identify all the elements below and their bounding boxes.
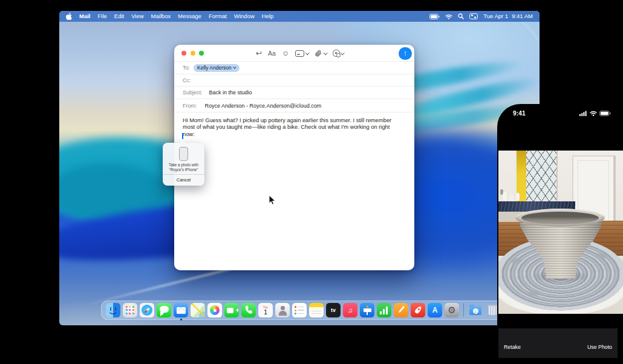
dock-contacts-icon[interactable] — [275, 303, 290, 317]
phone-handset-icon — [241, 303, 256, 317]
photo-browser-button[interactable] — [295, 50, 308, 57]
dock-keynote-icon[interactable] — [360, 303, 374, 317]
dock-music-icon[interactable]: ♫ — [343, 303, 357, 317]
dock-phone-icon[interactable] — [241, 303, 256, 317]
from-label: From: — [183, 103, 197, 109]
dock-pages-icon[interactable] — [394, 303, 408, 317]
cc-field[interactable]: Cc: — [174, 74, 414, 86]
to-field[interactable]: To: Kelly Anderson — [174, 62, 414, 74]
zoom-button[interactable] — [199, 51, 204, 56]
menu-bar-time[interactable]: 9:41 AM — [512, 11, 533, 22]
use-photo-button[interactable]: Use Photo — [587, 336, 612, 358]
cellular-signal-icon — [579, 111, 587, 116]
format-button[interactable]: Aa — [268, 50, 276, 57]
continuity-camera-popover: Take a photo with “Royce’s iPhone” Cance… — [163, 143, 204, 186]
menu-item-edit[interactable]: Edit — [114, 11, 124, 22]
keynote-orange-dot — [367, 305, 369, 308]
attach-button[interactable] — [315, 50, 327, 57]
dock-photos-icon[interactable] — [207, 303, 222, 317]
dock-downloads-icon[interactable]: ↓ — [468, 303, 483, 317]
menu-item-window[interactable]: Window — [234, 11, 255, 22]
dock-mail-icon[interactable] — [174, 303, 188, 317]
music-note-icon: ♫ — [348, 307, 353, 314]
calendar-day: 1 — [264, 309, 267, 316]
pen-icon — [397, 306, 405, 314]
scene-pot-opening — [521, 212, 599, 224]
video-camera-lens — [234, 308, 238, 312]
dock-messages-icon[interactable] — [157, 303, 171, 317]
recipient-token[interactable]: Kelly Anderson — [194, 64, 240, 72]
menu-bar-date[interactable]: Tue Apr 1 — [483, 11, 508, 22]
menu-item-mailbox[interactable]: Mailbox — [151, 11, 171, 22]
message-body-text: Hi Mom! Guess what? I picked up pottery … — [183, 117, 391, 137]
gear-icon: ⚙ — [448, 305, 455, 316]
subject-label: Subject: — [183, 89, 203, 96]
dock-finder-icon[interactable] — [106, 303, 120, 317]
scene-shelf-pot — [509, 195, 514, 201]
scene-clay-smear — [527, 291, 540, 296]
scene-shelf-pot — [516, 193, 520, 201]
menu-item-message[interactable]: Message — [178, 11, 201, 22]
recipient-name: Kelly Anderson — [197, 65, 232, 71]
dock-facetime-icon[interactable] — [224, 303, 239, 317]
message-body-editor[interactable]: Hi Mom! Guess what? I picked up pottery … — [174, 112, 402, 143]
dock-appletv-icon[interactable]: tv — [326, 303, 341, 317]
running-indicator — [180, 319, 182, 320]
battery-icon — [599, 111, 611, 116]
finder-face — [106, 303, 120, 317]
wifi-icon[interactable] — [445, 14, 452, 19]
cancel-button[interactable]: Cancel — [163, 175, 204, 183]
dock-maps-icon[interactable] — [191, 303, 205, 317]
from-value: Royce Anderson - Royce.Anderson@icloud.c… — [205, 103, 322, 109]
search-icon[interactable] — [458, 13, 464, 19]
speech-bubble-tail — [160, 312, 165, 316]
menu-item-file[interactable]: File — [97, 11, 106, 22]
menu-item-view[interactable]: View — [131, 11, 143, 22]
battery-icon[interactable] — [429, 14, 440, 19]
video-camera-icon — [227, 308, 233, 313]
dock-rocket-icon[interactable] — [411, 303, 425, 317]
dock-appstore-icon[interactable]: A — [428, 303, 442, 317]
minimize-button[interactable] — [191, 51, 195, 56]
chevron-down-icon — [233, 66, 236, 69]
bar-chart-icon — [380, 307, 388, 314]
wifi-icon — [590, 111, 597, 116]
reminders-row — [295, 310, 307, 311]
dock-launchpad-icon[interactable] — [123, 303, 137, 317]
keynote-stem — [367, 312, 368, 315]
undo-icon: ↩ — [256, 50, 262, 57]
emoji-button[interactable]: ☺ — [282, 50, 289, 57]
tv-label: tv — [331, 307, 336, 313]
insert-from-iphone-button[interactable] — [333, 50, 344, 57]
dock-numbers-icon[interactable] — [377, 303, 391, 317]
mail-compose-window: ↩ Aa ☺ ↑ To: Kelly Anderson Cc: — [174, 45, 414, 270]
close-button[interactable] — [181, 51, 186, 56]
menu-item-mail[interactable]: Mail — [79, 11, 90, 22]
dock-reminders-icon[interactable] — [292, 303, 307, 317]
undo-button[interactable]: ↩ — [256, 50, 262, 57]
send-arrow-icon: ↑ — [403, 49, 407, 57]
subject-value: Back in the studio — [209, 89, 252, 96]
menu-item-help[interactable]: Help — [262, 11, 274, 22]
dock-settings-icon[interactable]: ⚙ — [445, 303, 459, 317]
dock-notes-icon[interactable] — [309, 303, 324, 317]
text-insertion-caret — [182, 133, 183, 139]
dock-calendar-icon[interactable]: Tue1 — [258, 303, 273, 317]
chevron-down-icon — [305, 51, 309, 54]
retake-button[interactable]: Retake — [504, 336, 521, 358]
dock-divider — [463, 304, 464, 317]
control-center-icon[interactable] — [469, 13, 478, 19]
wallpaper-swirl-arc — [408, 11, 540, 116]
iphone-outline-icon — [179, 147, 188, 161]
menu-bar: Mail File Edit View Mailbox Message Form… — [59, 11, 540, 22]
from-field[interactable]: From: Royce Anderson - Royce.Anderson@ic… — [174, 99, 414, 112]
send-button[interactable]: ↑ — [399, 47, 412, 60]
apple-menu[interactable] — [66, 13, 72, 20]
scene-leaded-window — [526, 151, 558, 204]
menu-item-format[interactable]: Format — [209, 11, 227, 22]
photo-browser-icon — [295, 50, 304, 57]
wallpaper-teal-hill — [59, 163, 168, 221]
subject-field[interactable]: Subject: Back in the studio — [174, 86, 414, 99]
dock-safari-icon[interactable] — [140, 303, 154, 317]
launchpad-grid — [126, 306, 135, 315]
